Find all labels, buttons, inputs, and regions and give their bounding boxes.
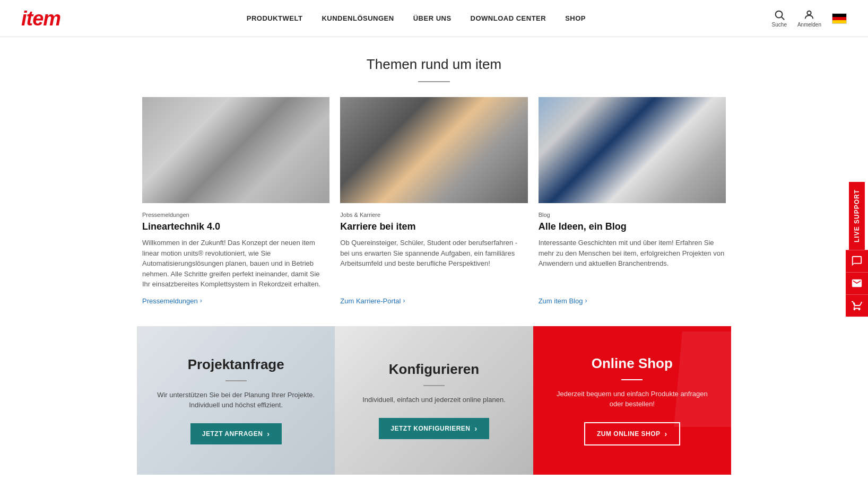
card-desc-2: Interessante Geschichten mit und über it…: [539, 238, 726, 290]
main-header: item PRODUKTWELT KUNDENLÖSUNGEN ÜBER UNS…: [0, 0, 868, 37]
svg-point-2: [808, 11, 811, 15]
banner-desc-1: Individuell, einfach und jederzeit onlin…: [362, 395, 506, 405]
card-title-2: Alle Ideen, ein Blog: [539, 221, 726, 232]
card-category-1: Jobs & Karriere: [340, 212, 527, 218]
banner-desc-2: Jederzeit bequem und einfach Produkte an…: [549, 389, 715, 409]
title-divider: [418, 81, 450, 82]
top-cards-grid: Pressemeldungen Lineartechnik 4.0 Willko…: [137, 97, 731, 326]
nav-shop[interactable]: SHOP: [565, 14, 586, 22]
svg-point-0: [775, 11, 782, 18]
page-title: Themen rund um item: [137, 56, 731, 73]
btn-arrow-0: ›: [267, 430, 270, 438]
mail-icon[interactable]: [846, 272, 868, 294]
card-desc-1: Ob Quereinsteiger, Schüler, Student oder…: [340, 238, 527, 290]
nav-kundenlösungen[interactable]: KUNDENLÖSUNGEN: [322, 14, 394, 22]
svg-line-1: [782, 17, 784, 20]
nav-uber-uns[interactable]: ÜBER UNS: [413, 14, 452, 22]
card-title-0: Lineartechnik 4.0: [142, 221, 329, 232]
banner-cards-grid: Projektanfrage Wir unterstützen Sie bei …: [137, 326, 731, 475]
card-link-1[interactable]: Zum Karriere-Portal ›: [340, 297, 527, 305]
banner-btn-konfigurieren[interactable]: JETZT KONFIGURIEREN ›: [379, 418, 489, 439]
card-desc-0: Willkommen in der Zukunft! Das Konzept d…: [142, 238, 329, 290]
language-flag[interactable]: [832, 13, 847, 24]
search-label: Suche: [772, 22, 787, 28]
card-link-arrow-2: ›: [585, 297, 587, 304]
banner-divider-2: [621, 379, 643, 380]
card-image-machinery: [142, 97, 329, 203]
card-karriere: Jobs & Karriere Karriere bei item Ob Que…: [335, 97, 533, 305]
header-actions: Suche Anmelden: [772, 9, 847, 28]
nav-produktwelt[interactable]: PRODUKTWELT: [247, 14, 303, 22]
live-chat-icon[interactable]: [846, 250, 868, 272]
live-support-sidebar: LIVE SUPPORT: [846, 181, 868, 316]
card-blog: Blog Alle Ideen, ein Blog Interessante G…: [533, 97, 731, 305]
login-button[interactable]: Anmelden: [797, 9, 821, 28]
banner-title-1: Konfigurieren: [389, 361, 479, 378]
card-category-0: Pressemeldungen: [142, 212, 329, 218]
nav-download-center[interactable]: DOWNLOAD CENTER: [471, 14, 546, 22]
card-category-2: Blog: [539, 212, 726, 218]
main-nav: PRODUKTWELT KUNDENLÖSUNGEN ÜBER UNS DOWN…: [247, 14, 586, 22]
banner-card-konfigurieren: Konfigurieren Individuell, einfach und j…: [335, 326, 533, 475]
live-support-tab[interactable]: LIVE SUPPORT: [849, 181, 865, 249]
main-content: Themen rund um item Pressemeldungen Line…: [126, 37, 742, 475]
card-pressemeldungen: Pressemeldungen Lineartechnik 4.0 Willko…: [137, 97, 335, 305]
banner-btn-projektanfrage[interactable]: JETZT ANFRAGEN ›: [190, 423, 282, 444]
banner-divider-1: [423, 385, 445, 386]
card-link-0[interactable]: Pressemeldungen ›: [142, 297, 329, 305]
card-link-arrow-0: ›: [200, 297, 202, 304]
card-link-arrow-1: ›: [403, 297, 405, 304]
btn-arrow-1: ›: [474, 424, 477, 433]
page-title-section: Themen rund um item: [137, 37, 731, 97]
card-image-screen: [539, 97, 726, 203]
banner-card-online-shop: Online Shop Jederzeit bequem und einfach…: [533, 326, 731, 475]
btn-arrow-2: ›: [665, 430, 667, 438]
banner-title-2: Online Shop: [592, 355, 673, 372]
banner-desc-0: Wir unterstützen Sie bei der Planung Ihr…: [153, 390, 319, 410]
card-title-1: Karriere bei item: [340, 221, 527, 232]
card-image-people: [340, 97, 527, 203]
banner-card-projektanfrage: Projektanfrage Wir unterstützen Sie bei …: [137, 326, 335, 475]
login-label: Anmelden: [797, 22, 821, 28]
search-button[interactable]: Suche: [772, 9, 787, 28]
banner-divider-0: [225, 380, 247, 381]
banner-btn-online-shop[interactable]: ZUM ONLINE SHOP ›: [584, 422, 680, 445]
banner-title-0: Projektanfrage: [188, 356, 284, 373]
cart-icon[interactable]: [846, 294, 868, 317]
card-link-2[interactable]: Zum item Blog ›: [539, 297, 726, 305]
site-logo[interactable]: item: [21, 8, 60, 29]
